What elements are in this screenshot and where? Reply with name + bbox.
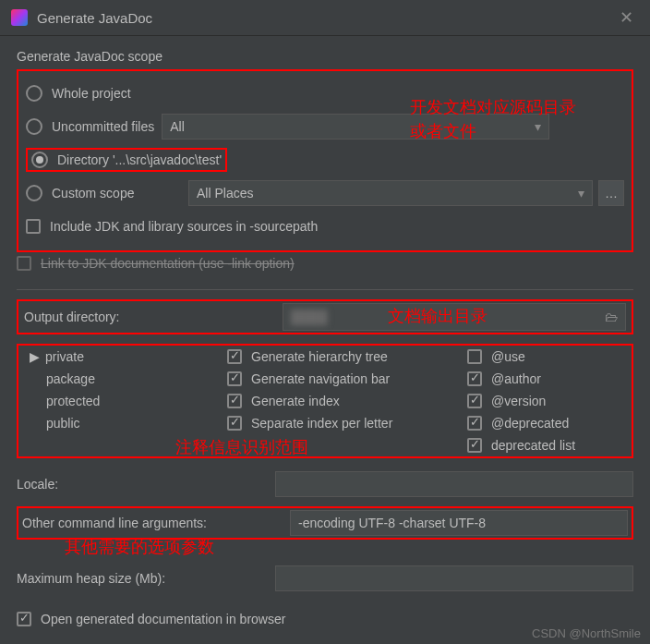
heap-label: Maximum heap size (Mb): — [17, 571, 275, 586]
options-box: ▶private package protected public Genera… — [17, 344, 633, 458]
option-navbar[interactable]: Generate navigation bar — [227, 371, 467, 386]
radio-custom-label: Custom scope — [52, 186, 181, 200]
link-jdk-checkbox — [17, 256, 31, 271]
watermark: CSDN @NorthSmile — [532, 626, 641, 640]
radio-directory-row[interactable]: Directory '...\src\javadoc\test' — [26, 143, 624, 176]
visibility-public[interactable]: public — [24, 416, 227, 431]
custom-scope-select[interactable]: All Places ▾ — [188, 180, 593, 206]
custom-scope-value: All Places — [197, 186, 253, 200]
cmd-args-input[interactable] — [290, 510, 628, 536]
cmd-args-box: Other command line arguments: 其他需要的选项参数 — [17, 506, 633, 540]
sep-index-checkbox[interactable] — [227, 416, 242, 431]
titlebar: Generate JavaDoc ✕ — [0, 0, 650, 36]
option-index[interactable]: Generate index — [227, 394, 467, 408]
author-checkbox[interactable] — [467, 371, 482, 386]
dialog-title: Generate JavaDoc — [37, 10, 614, 26]
radio-directory-label: Directory '...\src\javadoc\test' — [57, 152, 222, 167]
radio-uncommitted-label: Uncommitted files — [52, 119, 154, 134]
scope-group-label: Generate JavaDoc scope — [17, 49, 633, 64]
locale-row: Locale: — [17, 471, 633, 497]
folder-icon[interactable]: 🗁 — [605, 310, 618, 324]
custom-scope-browse-button[interactable]: … — [598, 180, 624, 206]
include-jdk-label: Include JDK and library sources in -sour… — [50, 219, 318, 234]
index-checkbox[interactable] — [227, 394, 242, 408]
option-version[interactable]: @version — [467, 394, 626, 408]
visibility-private[interactable]: ▶private — [24, 349, 227, 364]
output-directory-row: Output directory: ████ 🗁 文档输出目录 — [17, 299, 633, 334]
visibility-protected[interactable]: protected — [24, 394, 227, 408]
include-jdk-row[interactable]: Include JDK and library sources in -sour… — [26, 210, 624, 243]
option-deprecated[interactable]: @deprecated — [467, 416, 626, 431]
use-checkbox[interactable] — [467, 349, 482, 364]
tag-options-column: @use @author @version @deprecated deprec… — [467, 349, 626, 453]
radio-uncommitted[interactable] — [26, 118, 42, 135]
radio-custom-row[interactable]: Custom scope All Places ▾ … — [26, 176, 624, 210]
visibility-package[interactable]: package — [24, 371, 227, 386]
include-jdk-checkbox[interactable] — [26, 219, 41, 234]
option-use[interactable]: @use — [467, 349, 626, 364]
heap-row: Maximum heap size (Mb): — [17, 565, 633, 591]
option-hierarchy[interactable]: Generate hierarchy tree — [227, 349, 467, 364]
deprecated-list-checkbox[interactable] — [467, 438, 482, 453]
intellij-icon — [11, 9, 28, 26]
close-icon[interactable]: ✕ — [614, 7, 639, 28]
navbar-checkbox[interactable] — [227, 371, 242, 386]
output-directory-label: Output directory: — [24, 310, 283, 324]
annotation-cmd: 其他需要的选项参数 — [65, 536, 214, 558]
option-author[interactable]: @author — [467, 371, 626, 386]
output-directory-value: ████ — [291, 310, 328, 324]
open-browser-checkbox[interactable] — [17, 612, 31, 626]
locale-input[interactable] — [275, 471, 633, 497]
locale-label: Locale: — [17, 477, 275, 492]
hierarchy-checkbox[interactable] — [227, 349, 242, 364]
arrow-icon: ▶ — [30, 349, 40, 364]
radio-whole-project-label: Whole project — [52, 86, 131, 101]
scope-box: 开发文档对应源码目录 或者文件 Whole project Uncommitte… — [17, 69, 633, 252]
cmd-args-label: Other command line arguments: — [22, 516, 290, 530]
radio-whole-project[interactable] — [26, 85, 42, 102]
divider — [17, 289, 633, 290]
chevron-down-icon: ▾ — [578, 186, 584, 200]
radio-directory[interactable] — [31, 152, 48, 168]
option-deprecated-list[interactable]: deprecated list — [467, 438, 626, 453]
uncommitted-select-value: All — [170, 119, 185, 134]
annotation-visibility: 注释信息识别范围 — [175, 436, 308, 458]
deprecated-checkbox[interactable] — [467, 416, 482, 431]
heap-input[interactable] — [275, 565, 633, 591]
link-jdk-label: Link to JDK documentation (use -link opt… — [41, 256, 295, 271]
radio-custom[interactable] — [26, 185, 42, 201]
open-browser-label: Open generated documentation in browser — [41, 612, 285, 626]
annotation-output: 文档输出目录 — [388, 305, 488, 327]
version-checkbox[interactable] — [467, 394, 482, 408]
annotation-scope: 开发文档对应源码目录 或者文件 — [410, 95, 576, 143]
option-sep-index[interactable]: Separate index per letter — [227, 416, 467, 431]
